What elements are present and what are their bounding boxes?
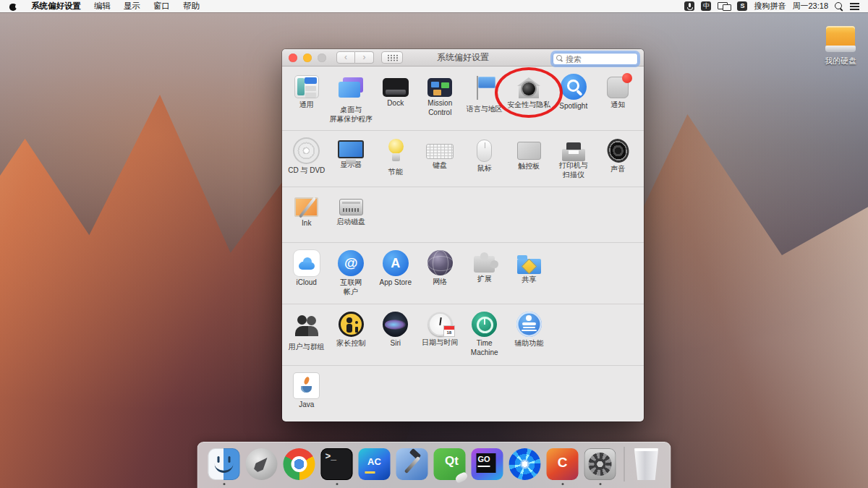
startup-icon xyxy=(339,199,363,215)
pref-mission[interactable]: Mission Control xyxy=(418,67,463,130)
dock-goland[interactable] xyxy=(472,448,503,480)
ink-icon xyxy=(294,197,318,217)
close-button[interactable] xyxy=(289,53,297,62)
dock-clion[interactable] xyxy=(547,448,579,480)
pref-java[interactable]: Java xyxy=(284,366,329,421)
pref-label: iCloud xyxy=(284,278,329,288)
prefs-row: 通用桌面与 屏幕保护程序DockMission Control语言与地区安全性与… xyxy=(282,67,644,130)
system-preferences-window: 系统偏好设置 ‹ › 通用桌面与 屏幕保护程序DockMission Contr… xyxy=(282,49,644,421)
pref-keyboard[interactable]: 键盘 xyxy=(418,131,463,187)
pref-label: 节能 xyxy=(373,168,418,177)
prefs-row: iCloud互联网 帐户App Store网络扩展共享 xyxy=(282,242,644,304)
desktop: 系统偏好设置编辑显示窗口帮助 中 S 搜狗拼音 周一23:18 我的硬盘 系统偏… xyxy=(0,0,868,488)
title-bar[interactable]: 系统偏好设置 ‹ › xyxy=(282,49,644,67)
dock-trash[interactable] xyxy=(633,448,660,480)
menu-item-3[interactable]: 窗口 xyxy=(147,0,176,12)
pref-label: Spotlight xyxy=(551,102,596,111)
menu-item-4[interactable]: 帮助 xyxy=(176,0,206,12)
running-indicator xyxy=(561,483,563,485)
pref-network[interactable]: 网络 xyxy=(418,243,463,304)
pref-desktop[interactable]: 桌面与 屏幕保护程序 xyxy=(329,67,374,130)
dock-finder[interactable] xyxy=(208,448,240,480)
back-button[interactable]: ‹ xyxy=(336,51,355,64)
pref-startup[interactable]: 启动磁盘 xyxy=(329,187,374,242)
pref-sharing[interactable]: 共享 xyxy=(507,243,552,304)
datetime-icon xyxy=(428,312,452,336)
dock-qt[interactable] xyxy=(434,448,466,480)
minimize-button[interactable] xyxy=(303,53,312,62)
dock-chrome[interactable] xyxy=(284,448,315,480)
pref-label: Java xyxy=(284,401,329,410)
pref-cddvd[interactable]: CD 与 DVD xyxy=(284,131,329,187)
mouse-icon xyxy=(477,140,492,162)
pref-siri[interactable]: Siri xyxy=(373,304,418,365)
running-indicator xyxy=(336,483,338,485)
dock-sysprefs[interactable] xyxy=(584,448,616,480)
dock-separator xyxy=(624,447,625,481)
dictation-icon[interactable] xyxy=(684,1,694,11)
parental-icon xyxy=(339,312,364,337)
pref-trackpad[interactable]: 触控板 xyxy=(507,131,552,187)
java-icon xyxy=(294,373,319,398)
pref-label: 扩展 xyxy=(462,275,507,284)
pref-ink[interactable]: Ink xyxy=(284,187,329,242)
input-method-icon[interactable]: 中 xyxy=(701,1,711,11)
pref-spotlight[interactable]: Spotlight xyxy=(551,67,596,130)
apple-menu-icon[interactable] xyxy=(9,2,17,11)
pref-label: 启动磁盘 xyxy=(329,218,374,227)
pref-extensions[interactable]: 扩展 xyxy=(462,243,507,304)
pref-parental[interactable]: 家长控制 xyxy=(329,304,374,365)
pref-label: 鼠标 xyxy=(462,164,507,174)
printers-icon xyxy=(562,149,585,161)
pref-label: App Store xyxy=(373,278,418,288)
pref-timemachine[interactable]: Time Machine xyxy=(462,304,507,365)
sogou-icon[interactable]: S xyxy=(737,1,747,11)
search-input[interactable] xyxy=(553,53,638,65)
pref-language[interactable]: 语言与地区 xyxy=(462,67,507,130)
pref-energy[interactable]: 节能 xyxy=(373,131,418,187)
pref-notifications[interactable]: 通知 xyxy=(596,67,641,130)
pref-internet[interactable]: 互联网 帐户 xyxy=(329,243,374,304)
desktop-disk[interactable]: 我的硬盘 xyxy=(816,26,865,67)
menu-item-2[interactable]: 显示 xyxy=(117,0,147,12)
trackpad-icon xyxy=(517,142,541,160)
pref-mouse[interactable]: 鼠标 xyxy=(462,131,507,187)
spotlight-icon xyxy=(561,74,587,100)
spotlight-menu-icon[interactable] xyxy=(835,2,843,11)
pref-appstore[interactable]: App Store xyxy=(373,243,418,304)
security-icon xyxy=(519,86,539,98)
forward-button[interactable]: › xyxy=(355,51,374,64)
users-icon xyxy=(292,312,321,341)
pref-label: 用户与群组 xyxy=(284,343,329,352)
displays-icon xyxy=(338,140,364,158)
dock-appcode[interactable] xyxy=(359,448,391,480)
clock[interactable]: 周一23:18 xyxy=(792,1,828,12)
appstore-icon xyxy=(383,250,409,276)
pref-datetime[interactable]: 日期与时间 xyxy=(418,304,463,365)
dock-xcode[interactable] xyxy=(396,448,428,480)
pref-label: 打印机与 扫描仪 xyxy=(551,161,596,179)
pref-dock[interactable]: Dock xyxy=(373,67,418,130)
menu-item-0[interactable]: 系统偏好设置 xyxy=(25,0,88,12)
running-indicator xyxy=(223,483,225,485)
pref-security[interactable]: 安全性与隐私 xyxy=(507,67,552,130)
pref-accessibility[interactable]: 辅助功能 xyxy=(507,304,552,365)
running-indicator xyxy=(599,483,601,485)
icloud-icon xyxy=(294,250,320,276)
dock-swirl[interactable] xyxy=(509,448,541,480)
displays-status-icon[interactable] xyxy=(718,1,731,11)
siri-icon xyxy=(383,312,408,337)
pref-sound[interactable]: 声音 xyxy=(596,131,641,187)
dock-launchpad[interactable] xyxy=(246,448,278,480)
notification-center-icon[interactable] xyxy=(850,3,859,10)
pref-label: 网络 xyxy=(418,278,463,287)
show-all-button[interactable] xyxy=(381,51,403,64)
pref-printers[interactable]: 打印机与 扫描仪 xyxy=(551,131,596,187)
pref-users[interactable]: 用户与群组 xyxy=(284,304,329,365)
dock-terminal[interactable] xyxy=(321,448,353,480)
menu-item-1[interactable]: 编辑 xyxy=(88,0,117,12)
input-brand-label[interactable]: 搜狗拼音 xyxy=(754,1,786,12)
pref-displays[interactable]: 显示器 xyxy=(329,131,374,187)
pref-icloud[interactable]: iCloud xyxy=(284,243,329,304)
pref-general[interactable]: 通用 xyxy=(284,67,329,130)
